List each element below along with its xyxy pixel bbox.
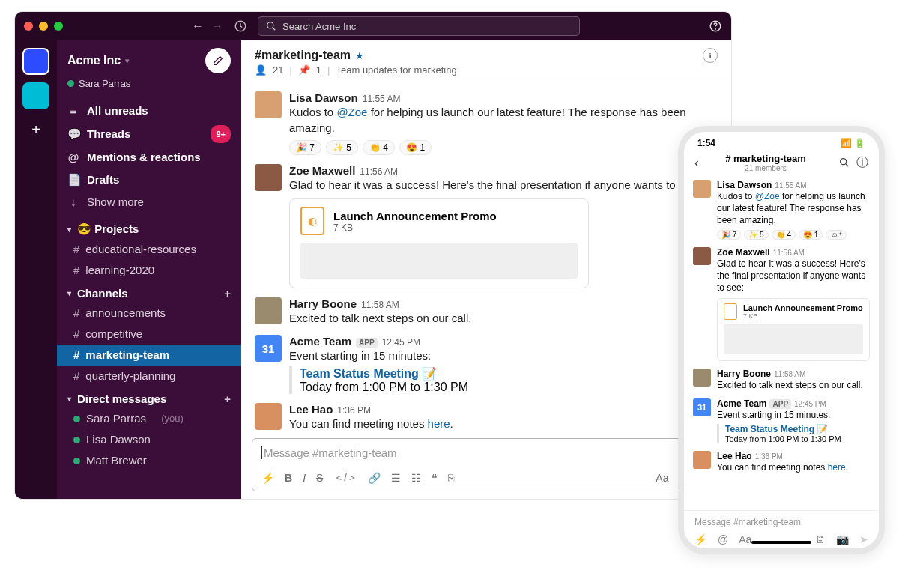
event-block[interactable]: Team Status Meeting 📝Today from 1:00 PM …: [717, 424, 870, 443]
reaction-pill[interactable]: 😍 1: [799, 230, 823, 240]
code-icon[interactable]: ＜/＞: [333, 471, 357, 485]
link-icon[interactable]: 🔗: [368, 472, 381, 484]
bold-icon[interactable]: B: [285, 472, 292, 484]
file-attachment[interactable]: Launch Announcement Promo7 KB: [289, 198, 589, 288]
reaction-pill[interactable]: ✨ 5: [326, 140, 358, 155]
section-projects[interactable]: ▾😎 Projects: [57, 216, 241, 239]
reaction-pill[interactable]: 👏 4: [772, 230, 796, 240]
ordered-list-icon[interactable]: ☰: [391, 472, 401, 484]
section-channels[interactable]: ▾Channels+: [57, 281, 241, 303]
workspace-switch-1[interactable]: [22, 48, 49, 75]
avatar[interactable]: [255, 164, 282, 191]
close-icon[interactable]: [24, 22, 33, 31]
message-author[interactable]: Lisa Dawson: [289, 91, 358, 104]
avatar[interactable]: [693, 369, 711, 387]
reaction-pill[interactable]: 😍 1: [399, 140, 432, 155]
send-icon[interactable]: ➤: [859, 533, 868, 545]
shortcuts-icon[interactable]: ⚡: [694, 533, 707, 545]
codeblock-icon[interactable]: ⎘: [448, 472, 454, 484]
avatar[interactable]: [255, 403, 282, 430]
strike-icon[interactable]: S: [316, 472, 323, 484]
nav-unreads[interactable]: ≡All unreads: [57, 100, 241, 122]
message-author[interactable]: Lisa Dawson: [717, 180, 772, 190]
format-icon[interactable]: Aa: [739, 533, 751, 545]
message-author[interactable]: Lee Hao: [289, 403, 333, 416]
add-dm-button[interactable]: +: [224, 392, 231, 405]
sidebar-item-competitive[interactable]: #competitive: [57, 324, 241, 345]
message-author[interactable]: Harry Boone: [289, 297, 357, 310]
info-icon[interactable]: ⓘ: [856, 155, 868, 171]
dm-matt-brewer[interactable]: Matt Brewer: [57, 450, 241, 471]
message-author[interactable]: Zoe Maxwell: [289, 164, 355, 177]
zoom-icon[interactable]: [54, 22, 63, 31]
sidebar-item-learning-2020[interactable]: #learning-2020: [57, 260, 241, 281]
file-attachment[interactable]: Launch Announcement Promo7 KB: [717, 298, 870, 361]
help-icon[interactable]: [709, 19, 722, 33]
mention-link[interactable]: @Zoe: [336, 106, 367, 118]
inline-link[interactable]: here: [828, 462, 846, 473]
avatar[interactable]: [693, 180, 711, 198]
info-icon[interactable]: i: [703, 48, 718, 63]
mention-button-icon[interactable]: @: [718, 533, 728, 545]
dm-sara-parras[interactable]: Sara Parras (you): [57, 408, 241, 429]
compose-button[interactable]: [205, 48, 231, 73]
reaction-pill[interactable]: ✨ 5: [744, 230, 768, 240]
star-icon[interactable]: ★: [355, 50, 364, 61]
format-icon[interactable]: Aa: [656, 472, 668, 484]
blockquote-icon[interactable]: ❝: [432, 472, 438, 484]
forward-arrow-icon[interactable]: →: [211, 19, 223, 33]
attach-icon[interactable]: 🗎: [815, 533, 826, 545]
bullet-list-icon[interactable]: ☷: [411, 472, 421, 484]
channel-name[interactable]: #marketing-team: [255, 49, 351, 62]
avatar[interactable]: 31: [693, 398, 711, 416]
sidebar-item-announcements[interactable]: #announcements: [57, 303, 241, 324]
history-icon[interactable]: [234, 19, 247, 33]
reaction-pill[interactable]: 👏 4: [363, 140, 395, 155]
inline-link[interactable]: here: [428, 417, 450, 430]
minimize-icon[interactable]: [39, 22, 48, 31]
event-block[interactable]: Team Status Meeting 📝Today from 1:00 PM …: [289, 366, 718, 394]
add-reaction-button[interactable]: ☺⁺: [826, 230, 846, 240]
search-icon[interactable]: [838, 157, 850, 169]
workspace-switch-2[interactable]: [22, 82, 49, 109]
message-author[interactable]: Harry Boone: [717, 369, 771, 379]
nav-threads[interactable]: 💬Threads9+: [57, 122, 241, 146]
italic-icon[interactable]: I: [303, 472, 306, 484]
composer-input[interactable]: Message #marketing-team: [252, 439, 720, 467]
add-workspace-button[interactable]: +: [31, 121, 40, 139]
avatar[interactable]: [255, 297, 282, 324]
section-dms[interactable]: ▾Direct messages+: [57, 387, 241, 408]
sidebar-item-marketing-team[interactable]: #marketing-team: [57, 345, 241, 366]
mention-link[interactable]: @Zoe: [755, 191, 780, 201]
shortcuts-icon[interactable]: ⚡: [261, 472, 274, 484]
event-title[interactable]: Team Status Meeting 📝: [300, 366, 718, 381]
message-author[interactable]: Acme Team: [289, 335, 351, 348]
add-channel-button[interactable]: +: [224, 287, 231, 300]
reaction-pill[interactable]: 🎉 7: [289, 140, 321, 155]
mobile-channel-name[interactable]: # marketing-team: [699, 153, 832, 164]
nav-show-more[interactable]: ↓Show more: [57, 191, 241, 213]
nav-mentions[interactable]: @Mentions & reactions: [57, 146, 241, 169]
message-author[interactable]: Lee Hao: [717, 451, 752, 461]
message-author[interactable]: Zoe Maxwell: [717, 247, 770, 258]
sidebar-item-educational-resources[interactable]: #educational-resources: [57, 239, 241, 260]
user-presence[interactable]: Sara Parras: [57, 78, 241, 97]
message-author[interactable]: Acme Team: [717, 398, 766, 409]
back-arrow-icon[interactable]: ←: [192, 19, 204, 33]
workspace-name[interactable]: Acme Inc: [67, 54, 121, 67]
message-composer[interactable]: Message #marketing-team ⚡ B I S ＜/＞ 🔗 ☰ …: [252, 438, 721, 491]
avatar[interactable]: [255, 91, 282, 118]
reaction-pill[interactable]: 🎉 7: [717, 230, 741, 240]
nav-drafts[interactable]: 📄Drafts: [57, 169, 241, 191]
avatar[interactable]: [693, 451, 711, 469]
sidebar-item-quarterly-planning[interactable]: #quarterly-planning: [57, 366, 241, 387]
event-title[interactable]: Team Status Meeting 📝: [725, 424, 870, 434]
camera-icon[interactable]: 📷: [836, 533, 849, 545]
avatar[interactable]: [693, 247, 711, 265]
dm-lisa-dawson[interactable]: Lisa Dawson: [57, 429, 241, 450]
member-count[interactable]: 21: [273, 64, 283, 76]
mobile-composer-input[interactable]: Message #marketing-team: [694, 517, 868, 527]
pin-count[interactable]: 1: [316, 64, 321, 76]
avatar[interactable]: 31: [255, 335, 282, 362]
search-input[interactable]: Search Acme Inc: [258, 16, 580, 36]
